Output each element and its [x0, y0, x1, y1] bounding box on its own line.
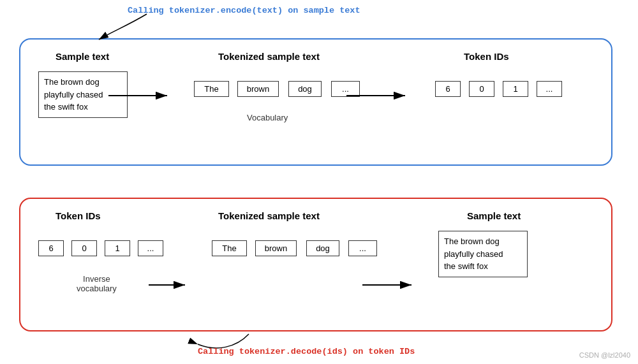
main-diagram: Calling tokenizer.encode(text) on sample…: [0, 0, 638, 364]
top-token-ellipsis: ...: [331, 81, 360, 97]
top-id-6-label: 6: [445, 84, 450, 94]
top-vocab-label: Vocabulary: [247, 113, 288, 122]
bottom-token-ellipsis-label: ...: [359, 244, 366, 253]
bottom-id-ellipsis: ...: [138, 240, 163, 256]
top-id-1: 1: [503, 81, 528, 97]
bottom-id-6: 6: [38, 240, 64, 256]
bottom-token-dog: dog: [306, 240, 339, 256]
bottom-col1-header: Token IDs: [56, 210, 101, 221]
top-annotation: Calling tokenizer.encode(text) on sample…: [128, 5, 360, 15]
top-token-brown-label: brown: [247, 84, 269, 94]
bottom-token-dog-label: dog: [316, 244, 330, 253]
bottom-annotation-code: tokenizer.decode(ids): [239, 347, 348, 356]
bottom-id-1: 1: [105, 240, 130, 256]
top-annotation-code: tokenizer.encode(text): [169, 6, 283, 15]
bottom-id-0: 0: [71, 240, 97, 256]
top-token-the-label: The: [204, 84, 218, 94]
bottom-id-1-label: 1: [115, 244, 119, 253]
top-sample-text: The brown dog playfully chased the swift…: [44, 77, 103, 112]
top-id-1-label: 1: [513, 84, 517, 94]
top-token-the: The: [194, 81, 229, 97]
bottom-col2-header: Tokenized sample text: [218, 210, 320, 221]
bottom-sample-text: The brown dog playfully chased the swift…: [444, 237, 503, 271]
top-id-ellipsis-label: ...: [546, 84, 553, 94]
top-token-dog: dog: [288, 81, 322, 97]
bottom-annotation-suffix: on token IDs: [348, 347, 415, 356]
top-token-ellipsis-label: ...: [342, 84, 349, 94]
bottom-token-brown: brown: [255, 240, 297, 256]
top-id-0: 0: [469, 81, 494, 97]
top-col3-header: Token IDs: [464, 51, 509, 62]
top-token-dog-label: dog: [298, 84, 312, 94]
top-id-6: 6: [435, 81, 461, 97]
watermark: CSDN @lzl2040: [579, 351, 630, 359]
top-box: Sample text Tokenized sample text Token …: [19, 38, 612, 166]
bottom-col3-header: Sample text: [467, 210, 521, 221]
top-annotation-prefix: Calling: [128, 6, 169, 15]
top-col1-header: Sample text: [56, 51, 109, 62]
bottom-inverse-vocab-label: Inverse vocabulary: [77, 274, 117, 293]
top-annotation-suffix: on sample text: [283, 6, 360, 15]
bottom-sample-text-box: The brown dog playfully chased the swift…: [438, 231, 528, 277]
bottom-id-0-label: 0: [82, 244, 86, 253]
bottom-id-ellipsis-label: ...: [147, 244, 154, 253]
bottom-annotation: Calling tokenizer.decode(ids) on token I…: [198, 346, 415, 356]
bottom-token-ellipsis: ...: [348, 240, 377, 256]
top-token-brown: brown: [237, 81, 279, 97]
bottom-annotation-prefix: Calling: [198, 347, 239, 356]
top-sample-text-box: The brown dog playfully chased the swift…: [38, 71, 128, 118]
bottom-token-the-label: The: [222, 244, 236, 253]
bottom-token-brown-label: brown: [265, 244, 287, 253]
bottom-token-the: The: [212, 240, 247, 256]
top-col2-header: Tokenized sample text: [218, 51, 320, 62]
bottom-box: Token IDs Tokenized sample text Sample t…: [19, 198, 612, 331]
top-id-0-label: 0: [479, 84, 484, 94]
top-id-ellipsis: ...: [537, 81, 562, 97]
bottom-id-6-label: 6: [48, 244, 53, 253]
